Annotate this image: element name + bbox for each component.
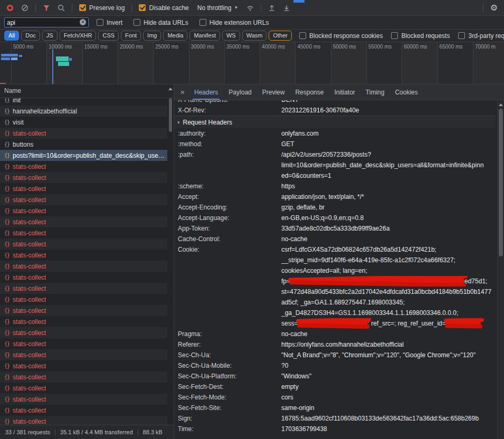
overview-strip[interactable]: 5000 ms10000 ms15000 ms20000 ms25000 ms3… <box>0 42 504 84</box>
request-row[interactable]: {}stats-collect <box>0 283 167 294</box>
header-value-line: cookiesAccepted=all; lang=en; <box>281 265 493 276</box>
3rd-party-requests-checkbox[interactable] <box>458 32 465 39</box>
blocked-response-cookies-checkbox[interactable] <box>299 32 306 39</box>
invert-checkbox[interactable] <box>97 19 103 26</box>
type-chip-other[interactable]: Other <box>269 31 292 41</box>
request-row[interactable]: {}stats-collect <box>0 360 167 371</box>
import-har-button[interactable] <box>265 2 279 14</box>
request-row[interactable]: {}stats-collect <box>0 349 167 360</box>
clear-filter-icon[interactable]: ✕ <box>80 19 86 25</box>
request-row[interactable]: {}stats-collect <box>0 371 167 383</box>
export-har-button[interactable] <box>280 2 293 14</box>
request-row[interactable]: {}stats-collect <box>0 194 167 205</box>
request-headers-section[interactable]: ▾ Request Headers <box>174 116 496 128</box>
network-filter-bar: ✕ Invert Hide data URLs Hide extension U… <box>0 16 504 30</box>
disable-cache-toggle[interactable]: Disable cache <box>139 4 188 12</box>
request-row[interactable]: {}stats-collect <box>0 227 167 238</box>
request-row[interactable]: {}stats-collect <box>0 205 167 216</box>
type-chip-media[interactable]: Media <box>163 31 187 41</box>
request-name: stats-collect <box>13 274 46 281</box>
tab-preview[interactable]: Preview <box>257 84 290 100</box>
3rd-party-requests-toggle[interactable]: 3rd-party requests <box>458 32 504 40</box>
type-chip-css[interactable]: CSS <box>98 31 119 41</box>
type-chip-ws[interactable]: WS <box>222 31 240 41</box>
request-row[interactable]: {}stats-collect <box>0 416 167 425</box>
type-chip-wasm[interactable]: Wasm <box>242 31 267 41</box>
tab-headers[interactable]: Headers <box>189 84 223 100</box>
tab-response[interactable]: Response <box>290 84 329 100</box>
type-chip-img[interactable]: Img <box>143 31 161 41</box>
disable-cache-checkbox[interactable] <box>139 4 146 11</box>
waterfall-bar <box>1 54 18 56</box>
header-name: Accept-Language: <box>178 213 281 223</box>
triangle-down-icon: ▾ <box>177 120 180 125</box>
requests-scrollbar[interactable] <box>167 84 174 425</box>
blocked-response-cookies-toggle[interactable]: Blocked response cookies <box>299 32 383 40</box>
request-row[interactable]: {}stats-collect <box>0 261 167 272</box>
json-braces-icon: {} <box>4 263 9 269</box>
close-icon: × <box>180 88 185 97</box>
filter-toggle-button[interactable] <box>40 2 53 14</box>
json-braces-icon: {} <box>4 418 9 424</box>
settings-button[interactable]: ⚙ <box>487 2 501 14</box>
header-row: Sec-Fetch-Dest:empty <box>174 381 496 392</box>
request-row[interactable]: {}stats-collect <box>0 250 167 261</box>
header-row: Time:1703636799438 <box>174 424 496 434</box>
tab-cookies[interactable]: Cookies <box>389 84 423 100</box>
request-row[interactable]: {}stats-collect <box>0 305 167 316</box>
request-row[interactable]: {}stats-collect <box>0 338 167 349</box>
request-row[interactable]: {}posts?limit=10&order=publish_date_desc… <box>0 150 167 161</box>
request-row[interactable]: {}stats-collect <box>0 394 167 405</box>
tab-initiator[interactable]: Initiator <box>329 84 360 100</box>
request-row[interactable]: {}stats-collect <box>0 272 167 283</box>
details-scrollbar[interactable] <box>497 100 504 439</box>
hide-extension-urls-checkbox[interactable] <box>199 19 206 26</box>
request-row[interactable]: {}stats-collect <box>0 316 167 327</box>
request-row[interactable]: {}stats-collect <box>0 294 167 305</box>
record-icon <box>7 5 13 11</box>
blocked-requests-checkbox[interactable] <box>391 32 398 39</box>
type-chip-manifest[interactable]: Manifest <box>189 31 220 41</box>
hide-extension-urls-toggle[interactable]: Hide extension URLs <box>199 19 269 26</box>
request-row[interactable]: {}stats-collect <box>0 161 167 172</box>
preserve-log-toggle[interactable]: Preserve log <box>79 4 125 12</box>
invert-toggle[interactable]: Invert <box>97 19 122 26</box>
preserve-log-checkbox[interactable] <box>79 4 86 11</box>
clear-button[interactable] <box>18 2 32 14</box>
scrollbar-thumb[interactable] <box>499 109 503 256</box>
request-row[interactable]: {}stats-collect <box>0 238 167 250</box>
type-chip-fetch-xhr[interactable]: Fetch/XHR <box>60 31 97 41</box>
hide-data-urls-checkbox[interactable] <box>134 19 140 26</box>
request-row[interactable]: {}buttons <box>0 139 167 150</box>
search-button[interactable] <box>54 2 68 14</box>
request-row[interactable]: {}stats-collect <box>0 327 167 338</box>
tab-payload[interactable]: Payload <box>223 84 256 100</box>
request-row[interactable]: {}stats-collect <box>0 216 167 227</box>
request-row[interactable]: {}stats-collect <box>0 128 167 139</box>
throttling-select[interactable]: No throttling ▼ <box>197 4 239 12</box>
network-conditions-button[interactable] <box>243 2 257 14</box>
blocked-requests-toggle[interactable]: Blocked requests <box>391 32 450 40</box>
close-details-button[interactable]: × <box>176 85 189 100</box>
request-row[interactable]: {}stats-collect <box>0 183 167 194</box>
type-chip-all[interactable]: All <box>4 31 19 41</box>
request-row[interactable]: {}stats-collect <box>0 383 167 394</box>
json-braces-icon: {} <box>4 319 9 325</box>
request-row[interactable]: {}stats-collect <box>0 172 167 183</box>
tab-timing[interactable]: Timing <box>360 84 390 100</box>
request-row[interactable]: {}hannahelizabethofficial <box>0 106 167 117</box>
name-column-header[interactable]: Name <box>0 84 174 98</box>
record-button[interactable] <box>3 2 17 14</box>
request-row[interactable]: {}init <box>0 98 167 106</box>
type-chip-doc[interactable]: Doc <box>21 31 40 41</box>
request-row[interactable]: {}stats-collect <box>0 405 167 416</box>
filter-input[interactable] <box>7 19 79 26</box>
requests-panel: Name {}init{}hannahelizabethofficial{}vi… <box>0 84 174 425</box>
request-row[interactable]: {}visit <box>0 117 167 128</box>
type-chip-font[interactable]: Font <box>121 31 141 41</box>
hide-data-urls-toggle[interactable]: Hide data URLs <box>134 19 188 26</box>
header-value: csrf=LdfcGX4Sa72db06824c657db26a5d142472… <box>281 244 496 329</box>
timeline-tick-label: 10000 ms <box>49 44 72 50</box>
scrollbar-thumb[interactable] <box>169 98 172 132</box>
type-chip-js[interactable]: JS <box>42 31 58 41</box>
